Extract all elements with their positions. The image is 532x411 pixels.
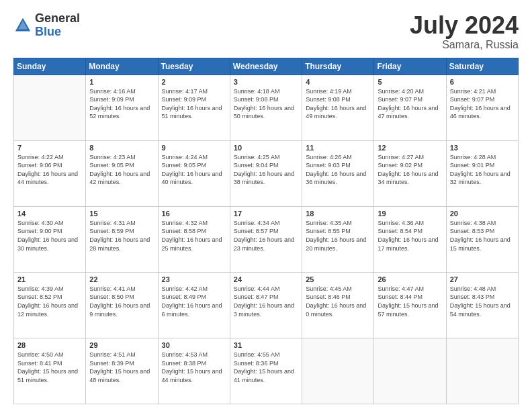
day-number: 24 [234, 275, 298, 283]
day-info: Sunrise: 4:53 AMSunset: 8:38 PMDaylight:… [162, 351, 226, 384]
calendar-cell: 8 Sunrise: 4:23 AMSunset: 9:05 PMDayligh… [86, 140, 158, 206]
day-number: 21 [17, 275, 82, 283]
calendar-cell [14, 75, 86, 140]
calendar-cell: 22 Sunrise: 4:41 AMSunset: 8:50 PMDaylig… [86, 272, 158, 338]
calendar-cell: 14 Sunrise: 4:30 AMSunset: 9:00 PMDaylig… [14, 206, 86, 272]
calendar-cell: 10 Sunrise: 4:25 AMSunset: 9:04 PMDaylig… [230, 140, 302, 206]
calendar-week-2: 14 Sunrise: 4:30 AMSunset: 9:00 PMDaylig… [14, 206, 519, 272]
day-number: 12 [378, 144, 442, 152]
day-number: 5 [378, 78, 442, 86]
day-number: 8 [89, 144, 154, 152]
day-info: Sunrise: 4:35 AMSunset: 8:55 PMDaylight:… [306, 219, 370, 253]
day-info: Sunrise: 4:36 AMSunset: 8:54 PMDaylight:… [378, 219, 442, 253]
day-number: 11 [306, 144, 370, 152]
day-number: 19 [378, 210, 442, 218]
day-info: Sunrise: 4:45 AMSunset: 8:46 PMDaylight:… [306, 285, 370, 318]
day-number: 30 [162, 341, 226, 349]
calendar-cell: 9 Sunrise: 4:24 AMSunset: 9:05 PMDayligh… [158, 140, 230, 206]
day-number: 14 [17, 210, 82, 218]
calendar-cell [302, 338, 374, 404]
day-info: Sunrise: 4:39 AMSunset: 8:52 PMDaylight:… [17, 285, 82, 318]
calendar-cell: 29 Sunrise: 4:51 AMSunset: 8:39 PMDaylig… [86, 338, 158, 404]
calendar-cell: 30 Sunrise: 4:53 AMSunset: 8:38 PMDaylig… [158, 338, 230, 404]
calendar-cell: 11 Sunrise: 4:26 AMSunset: 9:03 PMDaylig… [302, 140, 374, 206]
day-number: 4 [306, 78, 370, 86]
day-info: Sunrise: 4:55 AMSunset: 8:36 PMDaylight:… [234, 351, 298, 384]
calendar-cell: 2 Sunrise: 4:17 AMSunset: 9:09 PMDayligh… [158, 75, 230, 140]
calendar-cell: 21 Sunrise: 4:39 AMSunset: 8:52 PMDaylig… [14, 272, 86, 338]
col-wednesday: Wednesday [230, 58, 302, 75]
col-monday: Monday [86, 58, 158, 75]
calendar-cell: 20 Sunrise: 4:38 AMSunset: 8:53 PMDaylig… [446, 206, 518, 272]
calendar-cell: 17 Sunrise: 4:34 AMSunset: 8:57 PMDaylig… [230, 206, 302, 272]
calendar-cell: 4 Sunrise: 4:19 AMSunset: 9:08 PMDayligh… [302, 75, 374, 140]
day-info: Sunrise: 4:25 AMSunset: 9:04 PMDaylight:… [234, 153, 298, 187]
col-thursday: Thursday [302, 58, 374, 75]
logo-text: General Blue [35, 12, 80, 39]
day-info: Sunrise: 4:27 AMSunset: 9:02 PMDaylight:… [378, 153, 442, 187]
calendar-cell: 23 Sunrise: 4:42 AMSunset: 8:49 PMDaylig… [158, 272, 230, 338]
day-number: 22 [89, 275, 154, 283]
col-sunday: Sunday [14, 58, 86, 75]
col-tuesday: Tuesday [158, 58, 230, 75]
logo-blue: Blue [35, 26, 80, 39]
day-info: Sunrise: 4:26 AMSunset: 9:03 PMDaylight:… [306, 153, 370, 187]
calendar-cell: 12 Sunrise: 4:27 AMSunset: 9:02 PMDaylig… [374, 140, 446, 206]
calendar-cell: 25 Sunrise: 4:45 AMSunset: 8:46 PMDaylig… [302, 272, 374, 338]
day-number: 17 [234, 210, 298, 218]
calendar-cell: 27 Sunrise: 4:48 AMSunset: 8:43 PMDaylig… [446, 272, 518, 338]
day-info: Sunrise: 4:22 AMSunset: 9:06 PMDaylight:… [17, 153, 82, 187]
day-number: 29 [89, 341, 154, 349]
day-number: 9 [162, 144, 226, 152]
title-block: July 2024 Samara, Russia [410, 12, 519, 51]
calendar-cell [446, 338, 518, 404]
day-info: Sunrise: 4:47 AMSunset: 8:44 PMDaylight:… [378, 285, 442, 318]
day-info: Sunrise: 4:30 AMSunset: 9:00 PMDaylight:… [17, 219, 82, 253]
day-info: Sunrise: 4:38 AMSunset: 8:53 PMDaylight:… [450, 219, 515, 253]
calendar-week-0: 1 Sunrise: 4:16 AMSunset: 9:09 PMDayligh… [14, 75, 519, 140]
day-info: Sunrise: 4:42 AMSunset: 8:49 PMDaylight:… [162, 285, 226, 318]
day-info: Sunrise: 4:41 AMSunset: 8:50 PMDaylight:… [89, 285, 154, 318]
title-month: July 2024 [410, 12, 519, 39]
logo: General Blue [13, 12, 80, 39]
calendar-cell: 31 Sunrise: 4:55 AMSunset: 8:36 PMDaylig… [230, 338, 302, 404]
calendar-cell: 5 Sunrise: 4:20 AMSunset: 9:07 PMDayligh… [374, 75, 446, 140]
calendar-cell: 28 Sunrise: 4:50 AMSunset: 8:41 PMDaylig… [14, 338, 86, 404]
day-number: 31 [234, 341, 298, 349]
day-info: Sunrise: 4:50 AMSunset: 8:41 PMDaylight:… [17, 351, 82, 384]
day-info: Sunrise: 4:28 AMSunset: 9:01 PMDaylight:… [450, 153, 515, 187]
day-number: 13 [450, 144, 515, 152]
calendar-cell [374, 338, 446, 404]
day-number: 6 [450, 78, 515, 86]
day-number: 1 [89, 78, 154, 86]
calendar-cell: 6 Sunrise: 4:21 AMSunset: 9:07 PMDayligh… [446, 75, 518, 140]
day-number: 27 [450, 275, 515, 283]
day-info: Sunrise: 4:48 AMSunset: 8:43 PMDaylight:… [450, 285, 515, 318]
calendar-week-3: 21 Sunrise: 4:39 AMSunset: 8:52 PMDaylig… [14, 272, 519, 338]
day-info: Sunrise: 4:31 AMSunset: 8:59 PMDaylight:… [89, 219, 154, 253]
day-info: Sunrise: 4:17 AMSunset: 9:09 PMDaylight:… [162, 87, 226, 121]
calendar-cell: 24 Sunrise: 4:44 AMSunset: 8:47 PMDaylig… [230, 272, 302, 338]
day-info: Sunrise: 4:32 AMSunset: 8:58 PMDaylight:… [162, 219, 226, 253]
calendar-cell: 16 Sunrise: 4:32 AMSunset: 8:58 PMDaylig… [158, 206, 230, 272]
day-info: Sunrise: 4:23 AMSunset: 9:05 PMDaylight:… [89, 153, 154, 187]
calendar-cell: 18 Sunrise: 4:35 AMSunset: 8:55 PMDaylig… [302, 206, 374, 272]
col-friday: Friday [374, 58, 446, 75]
day-number: 3 [234, 78, 298, 86]
page: General Blue July 2024 Samara, Russia Su… [0, 0, 532, 411]
day-number: 26 [378, 275, 442, 283]
header: General Blue July 2024 Samara, Russia [13, 12, 519, 51]
logo-icon [13, 16, 32, 35]
calendar-week-4: 28 Sunrise: 4:50 AMSunset: 8:41 PMDaylig… [14, 338, 519, 404]
day-number: 16 [162, 210, 226, 218]
calendar-cell: 26 Sunrise: 4:47 AMSunset: 8:44 PMDaylig… [374, 272, 446, 338]
day-info: Sunrise: 4:20 AMSunset: 9:07 PMDaylight:… [378, 87, 442, 121]
day-info: Sunrise: 4:21 AMSunset: 9:07 PMDaylight:… [450, 87, 515, 121]
day-number: 28 [17, 341, 82, 349]
day-info: Sunrise: 4:51 AMSunset: 8:39 PMDaylight:… [89, 351, 154, 384]
day-number: 10 [234, 144, 298, 152]
title-location: Samara, Russia [410, 39, 519, 51]
calendar-cell: 19 Sunrise: 4:36 AMSunset: 8:54 PMDaylig… [374, 206, 446, 272]
calendar-week-1: 7 Sunrise: 4:22 AMSunset: 9:06 PMDayligh… [14, 140, 519, 206]
calendar-cell: 13 Sunrise: 4:28 AMSunset: 9:01 PMDaylig… [446, 140, 518, 206]
